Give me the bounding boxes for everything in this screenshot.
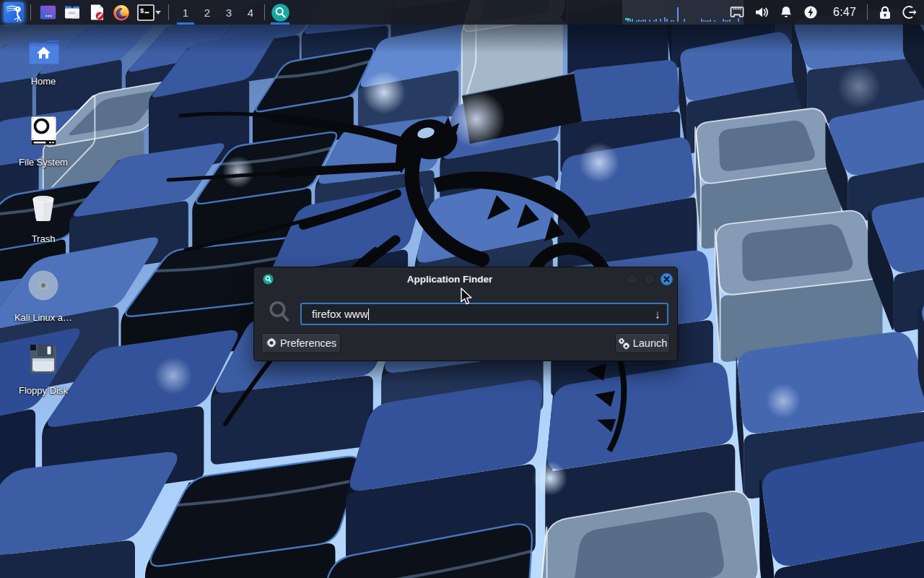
svg-text:$: $	[140, 8, 144, 15]
